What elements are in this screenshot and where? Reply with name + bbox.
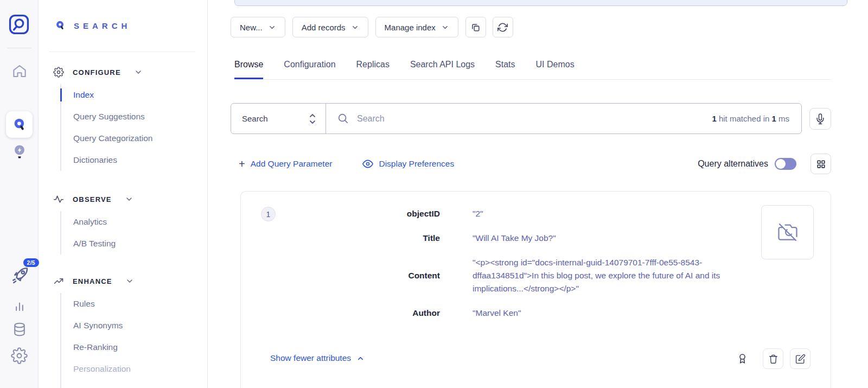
home-icon[interactable] [0,63,39,79]
nav-group-label: CONFIGURE [73,68,121,77]
rail-divider [7,48,31,48]
field-label: Content [241,271,440,281]
edit-icon [795,354,806,364]
query-options-row: + Add Query Parameter Display Preference… [231,154,831,174]
chevrons-up-down-icon [307,112,318,126]
database-icon[interactable] [0,321,39,338]
chevron-down-icon [441,23,449,31]
show-fewer-attributes-label: Show fewer attributes [270,353,351,363]
search-input[interactable] [357,114,712,124]
delete-record-button[interactable] [763,348,783,369]
tab-replicas[interactable]: Replicas [356,55,390,79]
sidebar-item-dictionaries[interactable]: Dictionaries [61,149,200,171]
upgrade-rocket-icon[interactable]: 2/5 [10,266,29,285]
time-unit: ms [776,114,789,123]
sidebar-item-personalization[interactable]: Personalization [61,358,200,380]
index-header-strip [234,0,847,6]
sidebar-item-ab-testing[interactable]: A/B Testing [61,233,200,255]
search-product-icon [11,117,28,133]
display-preferences-label: Display Preferences [379,159,454,169]
tab-ui-demos[interactable]: UI Demos [536,55,575,79]
display-preferences-link[interactable]: Display Preferences [362,158,454,169]
trending-up-icon [53,276,64,287]
field-value: "Marvel Ken" [473,307,521,320]
no-image-icon [778,222,797,242]
main-content: New... Add records Manage index [208,0,868,388]
image-placeholder [761,205,814,259]
sidebar-item-index[interactable]: Index [61,84,200,106]
algolia-logo-icon[interactable] [8,13,30,36]
nav-group-header-observe[interactable]: OBSERVE [53,193,200,206]
voice-search-button[interactable] [809,108,831,130]
grid-icon [816,159,826,169]
ranking-info-button[interactable] [737,352,748,365]
activity-pulse-icon [53,194,64,205]
sidebar-item-query-categorization[interactable]: Query Categorization [61,128,200,149]
add-records-label: Add records [302,23,346,32]
field-value: "Will AI Take My Job?" [473,232,556,245]
search-icon [337,112,349,125]
edit-record-button[interactable] [790,348,810,369]
rail-item-search-active[interactable] [6,111,33,138]
record-rank-badge: 1 [261,207,276,221]
refresh-icon [497,22,508,33]
sidebar-item-rules[interactable]: Rules [61,293,200,315]
settings-gear-icon[interactable] [0,347,39,364]
chevron-down-icon [125,195,133,203]
field-label: Author [241,308,440,318]
field-value: "2" [473,207,483,220]
eye-icon [362,158,373,169]
new-dropdown-button[interactable]: New... [231,17,285,37]
copy-index-button[interactable] [465,17,486,37]
tab-search-api-logs[interactable]: Search API Logs [410,55,475,79]
nav-group-label: OBSERVE [73,195,112,203]
nav-group-label: ENHANCE [73,277,112,285]
chevron-down-icon [125,277,134,285]
sidebar-divider [49,52,195,52]
nav-group-header-enhance[interactable]: ENHANCE [53,275,200,288]
new-dropdown-label: New... [240,23,263,32]
copy-icon [470,22,481,33]
microphone-icon [815,113,826,124]
show-fewer-attributes-link[interactable]: Show fewer attributes [270,353,365,363]
chevron-down-icon [134,68,143,77]
product-title: SEARCH [74,21,131,30]
manage-index-dropdown-button[interactable]: Manage index [375,17,458,37]
add-query-parameter-link[interactable]: + Add Query Parameter [239,158,332,169]
chevron-down-icon [268,23,276,31]
idea-bulb-icon[interactable] [0,143,39,162]
sidebar-item-query-suggestions[interactable]: Query Suggestions [61,106,200,128]
sidebar-item-re-ranking[interactable]: Re-Ranking [61,336,200,358]
nav-group-header-configure[interactable]: CONFIGURE [53,66,200,79]
layout-grid-button[interactable] [810,154,831,174]
tab-configuration[interactable]: Configuration [284,55,335,79]
sidebar: SEARCH CONFIGURE Index Query Suggestions… [39,0,208,388]
search-row: Search 1 hit matched in 1 ms [231,103,831,134]
usage-badge: 2/5 [23,258,40,267]
plus-icon: + [239,158,245,169]
search-dot-icon [54,20,66,31]
award-icon [737,352,748,365]
nav-group-observe: OBSERVE Analytics A/B Testing [53,193,200,255]
product-brand: SEARCH [54,20,131,31]
field-label: Title [241,233,440,243]
chevron-up-icon [356,354,365,362]
field-row-content: Content "<p><strong id="docs-internal-gu… [241,256,831,295]
search-scope-select[interactable]: Search [231,104,326,133]
sidebar-item-ai-synonyms[interactable]: AI Synonyms [61,315,200,336]
field-value: "<p><strong id="docs-internal-guid-14079… [473,256,760,295]
refresh-button[interactable] [493,17,513,37]
analytics-bars-icon[interactable] [0,299,39,314]
stats-text: hit matched in [717,114,772,123]
add-records-dropdown-button[interactable]: Add records [292,17,368,37]
tab-stats[interactable]: Stats [495,55,515,79]
chevron-down-icon [351,23,359,31]
record-card: 1 objectID "2" Title "Will AI Take My Jo… [240,191,831,388]
search-stats: 1 hit matched in 1 ms [712,114,789,123]
sidebar-item-analytics[interactable]: Analytics [61,211,200,233]
search-scope-label: Search [242,114,307,123]
query-alternatives-toggle[interactable] [775,158,796,170]
tab-browse[interactable]: Browse [234,55,263,79]
manage-index-label: Manage index [385,23,436,32]
time-value: 1 [771,114,776,123]
